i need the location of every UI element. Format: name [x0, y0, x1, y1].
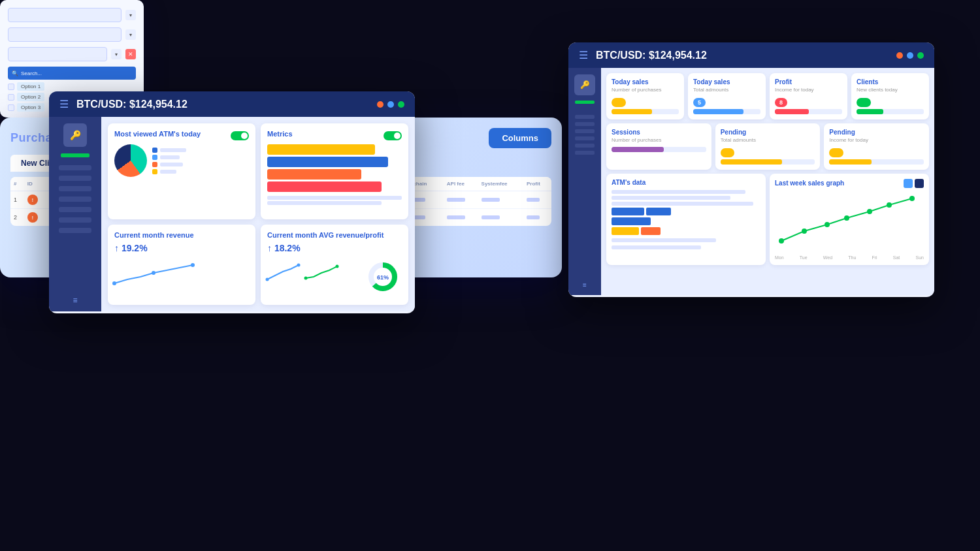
window-right-title: BTC/USD: $124,954.12 [596, 50, 889, 61]
atm-subbar-3 [612, 202, 753, 206]
row2-id: ! [24, 209, 48, 227]
svg-point-12 [825, 222, 830, 227]
atm-subbar-1 [612, 190, 745, 194]
sidebar-menu-icon[interactable]: ≡ [73, 296, 77, 305]
dot-orange-r [896, 52, 903, 59]
wr-nav-bars [572, 114, 597, 155]
sidebar-bar-2 [59, 176, 91, 181]
filter-search-row[interactable]: 🔍 Search... [8, 67, 136, 80]
hamburger-icon-right[interactable]: ☰ [579, 49, 588, 61]
atm-data-title: ATM's data [612, 179, 760, 186]
card-pending-2: Pending Income for today [824, 123, 929, 170]
legend-dot-3 [152, 162, 157, 167]
profit-sub: Income for today [775, 87, 842, 93]
revenue-change: ↑ 19.2% [114, 243, 249, 253]
wl-content: Most viewed ATM's today [101, 117, 415, 311]
col-api-fee: API fee [444, 177, 478, 191]
checkbox-2[interactable] [8, 94, 14, 101]
dot-green [398, 101, 404, 108]
last-week-sparkline [775, 192, 919, 251]
filter-label-1: Option 1 [17, 82, 44, 91]
atm-subbar-2 [612, 196, 730, 200]
window-right-header: ☰ BTC/USD: $124,954.12 [568, 42, 934, 68]
graph-toggles [904, 179, 924, 188]
legend-bar-3 [160, 163, 183, 166]
filter-select-3[interactable] [8, 47, 107, 61]
filter-chevron-3[interactable]: ▾ [111, 49, 122, 59]
avg-sparkline-2 [306, 259, 342, 283]
card-today-sales-1: Today sales Number of purchases [606, 73, 684, 119]
today-sales-1-title: Today sales [612, 78, 679, 86]
col-hash: # [10, 177, 24, 191]
row1-num: 1 [10, 191, 24, 209]
sessions-title: Sessions [612, 129, 706, 136]
atm-bar-blue2 [646, 208, 671, 215]
col-id: ID [24, 177, 48, 191]
graph-label-2: Tue [800, 255, 808, 260]
card-title-avg: Current month AVG revenue/profit [267, 231, 402, 239]
pending-2-title: Pending [829, 129, 924, 136]
columns-button[interactable]: Columns [489, 128, 551, 148]
bar-profit [775, 109, 842, 114]
badge-yellow-pending2 [829, 148, 843, 157]
svg-point-2 [191, 263, 195, 267]
toggle-graph-navy[interactable] [915, 179, 924, 188]
wr-menu-icon[interactable]: ≡ [583, 281, 587, 289]
wr-nav-6 [575, 151, 595, 155]
row2-api [444, 209, 478, 227]
card-today-sales-2: Today sales Total admounts 5 [688, 73, 766, 119]
filter-chevron-1[interactable]: ▾ [125, 10, 136, 20]
wr-grid-row1: Today sales Number of purchases Today sa… [606, 73, 929, 119]
window-left: ☰ BTC/USD: $124,954.12 🔑 ≡ [49, 91, 415, 313]
pending-2-sub: Income for today [829, 137, 924, 143]
toggle-metrics[interactable] [384, 131, 402, 140]
bar-clients [857, 109, 924, 114]
svg-point-10 [779, 238, 784, 244]
card-most-viewed: Most viewed ATM's today [108, 123, 255, 219]
atm-bars [612, 189, 760, 249]
window-dots [377, 101, 404, 108]
toggle-most-viewed[interactable] [231, 131, 249, 140]
checkbox-3[interactable] [8, 104, 14, 111]
wr-nav-5 [575, 144, 595, 148]
hamburger-icon[interactable]: ☰ [59, 98, 69, 110]
atm-bar-row-2 [612, 217, 760, 225]
filter-select-1[interactable] [8, 8, 122, 22]
sidebar-bar-7 [59, 228, 91, 233]
sidebar-avatar: 🔑 [63, 123, 87, 147]
atm-bar-blue3 [612, 217, 651, 225]
filter-clear[interactable]: ✕ [125, 49, 136, 59]
clients-title: Clients [857, 78, 924, 86]
filter-search-label: Search... [21, 71, 42, 76]
metric-bar-orange [267, 169, 361, 180]
badge-yellow-1 [612, 98, 626, 107]
card-avg-revenue: Current month AVG revenue/profit ↑ 18.2% [261, 225, 408, 305]
bar-pending1 [721, 159, 815, 165]
row2-systemfee [478, 209, 523, 227]
last-week-title: Last week sales graph [775, 180, 844, 187]
checkbox-1[interactable] [8, 84, 14, 90]
card-title-revenue: Current month revenue [114, 231, 249, 239]
svg-text:61%: 61% [377, 274, 389, 281]
col-systemfee: Systemfee [478, 177, 523, 191]
filter-chevron-2[interactable]: ▾ [125, 29, 136, 40]
card-revenue: Current month revenue ↑ 19.2% [108, 225, 255, 305]
toggle-graph-blue[interactable] [904, 179, 913, 188]
bar-today1-fill [612, 109, 652, 114]
window-right-dots [896, 52, 924, 59]
legend-dot-2 [152, 155, 157, 160]
sidebar-bar-1 [59, 165, 91, 170]
card-header-metrics: Metrics [267, 130, 402, 142]
row1-api-bar [447, 198, 465, 202]
today-sales-2-sub: Total admounts [693, 87, 760, 93]
atm-subbar-4 [612, 238, 716, 242]
svg-point-0 [112, 281, 116, 285]
wr-nav-4 [575, 136, 595, 140]
avg-change: ↑ 18.2% [267, 243, 402, 253]
atm-bar-yellow [612, 227, 639, 235]
badge-green-clients [857, 98, 871, 107]
filter-select-2[interactable] [8, 27, 122, 42]
metrics-bars [267, 144, 402, 205]
metric-sub-bar-2 [267, 201, 382, 205]
badge-blue-today2: 5 [693, 98, 706, 107]
